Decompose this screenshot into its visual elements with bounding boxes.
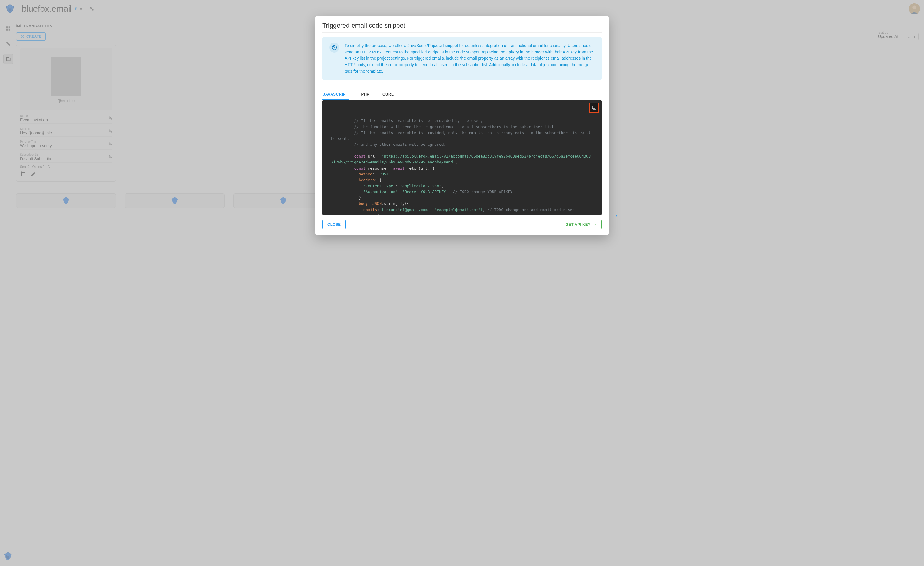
svg-rect-12 — [592, 106, 595, 109]
close-button[interactable]: CLOSE — [322, 220, 346, 229]
code-snippet-modal: Triggered email code snippet To simplify… — [315, 16, 609, 235]
modal-overlay: Triggered email code snippet To simplify… — [0, 0, 924, 566]
info-box: To simplify the process, we offer a Java… — [322, 37, 602, 80]
help-icon — [329, 43, 339, 53]
info-text: To simplify the process, we offer a Java… — [345, 43, 595, 74]
get-api-key-button[interactable]: GET API KEY → — [561, 220, 602, 229]
code-tabs: JAVASCRIPT PHP CURL — [322, 89, 602, 100]
modal-footer: CLOSE GET API KEY → — [322, 220, 602, 229]
arrow-right-icon: → — [593, 222, 597, 227]
tab-php[interactable]: PHP — [360, 89, 370, 100]
copy-button[interactable] — [589, 102, 599, 113]
copy-icon — [591, 105, 597, 110]
svg-rect-11 — [593, 107, 596, 110]
code-block: // If the 'emails' variable is not provi… — [322, 100, 602, 215]
modal-title: Triggered email code snippet — [322, 22, 602, 33]
tab-javascript[interactable]: JAVASCRIPT — [322, 89, 349, 100]
tab-curl[interactable]: CURL — [382, 89, 394, 100]
chevron-right-icon[interactable]: › — [616, 213, 618, 219]
